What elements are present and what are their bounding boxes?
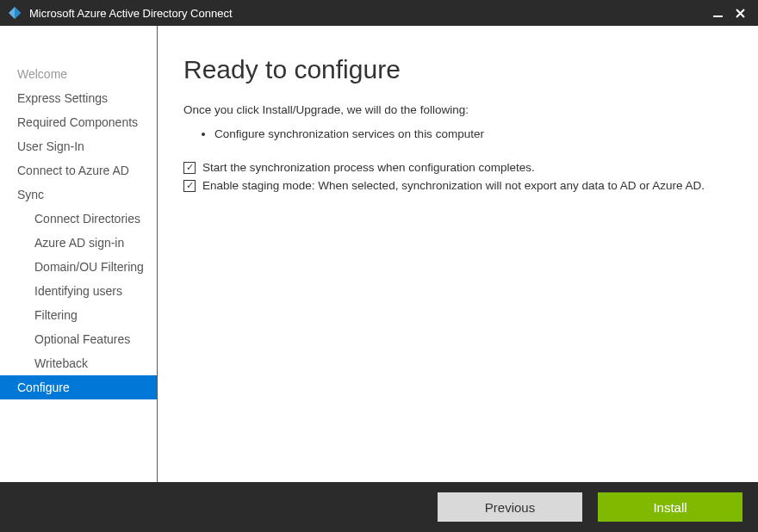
sidebar-item-optional-features[interactable]: Optional Features: [0, 327, 157, 351]
sidebar-item-writeback[interactable]: Writeback: [0, 351, 157, 375]
install-button[interactable]: Install: [598, 492, 742, 522]
sidebar-item-connect-to-azure-ad[interactable]: Connect to Azure AD: [0, 158, 157, 182]
close-button[interactable]: [729, 1, 751, 25]
minimize-button[interactable]: [706, 1, 729, 25]
sidebar-item-welcome[interactable]: Welcome: [0, 62, 157, 86]
page-heading: Ready to configure: [183, 55, 732, 84]
action-item: Configure synchronization services on th…: [214, 125, 732, 144]
titlebar: Microsoft Azure Active Directory Connect: [0, 0, 758, 26]
svg-rect-2: [713, 15, 723, 17]
sidebar-item-identifying-users[interactable]: Identifying users: [0, 279, 157, 303]
sidebar-item-sync[interactable]: Sync: [0, 182, 157, 207]
previous-button[interactable]: Previous: [438, 492, 582, 522]
actions-list: Configure synchronization services on th…: [183, 125, 732, 144]
checkbox-staging-mode[interactable]: ✓ Enable staging mode: When selected, sy…: [183, 179, 732, 192]
sidebar-item-azure-ad-sign-in[interactable]: Azure AD sign-in: [0, 231, 157, 255]
sidebar-item-user-sign-in[interactable]: User Sign-In: [0, 134, 157, 158]
wizard-sidebar: Welcome Express Settings Required Compon…: [0, 26, 158, 482]
main-content: Ready to configure Once you click Instal…: [158, 26, 758, 482]
footer-bar: Previous Install: [0, 482, 758, 532]
checkmark-icon: ✓: [183, 180, 196, 192]
checkbox-label: Start the synchronization process when c…: [202, 161, 535, 174]
intro-text: Once you click Install/Upgrade, we will …: [183, 103, 732, 116]
window-title: Microsoft Azure Active Directory Connect: [29, 7, 233, 20]
sidebar-item-configure[interactable]: Configure: [0, 375, 157, 399]
sidebar-item-filtering[interactable]: Filtering: [0, 303, 157, 327]
azure-logo-icon: [7, 5, 22, 21]
svg-marker-1: [15, 7, 21, 19]
sidebar-item-domain-ou-filtering[interactable]: Domain/OU Filtering: [0, 255, 157, 279]
sidebar-item-required-components[interactable]: Required Components: [0, 110, 157, 134]
sidebar-item-connect-directories[interactable]: Connect Directories: [0, 207, 157, 231]
checkbox-label: Enable staging mode: When selected, sync…: [202, 179, 705, 192]
checkbox-start-sync[interactable]: ✓ Start the synchronization process when…: [183, 161, 732, 174]
sidebar-item-express-settings[interactable]: Express Settings: [0, 86, 157, 110]
checkmark-icon: ✓: [183, 162, 196, 174]
